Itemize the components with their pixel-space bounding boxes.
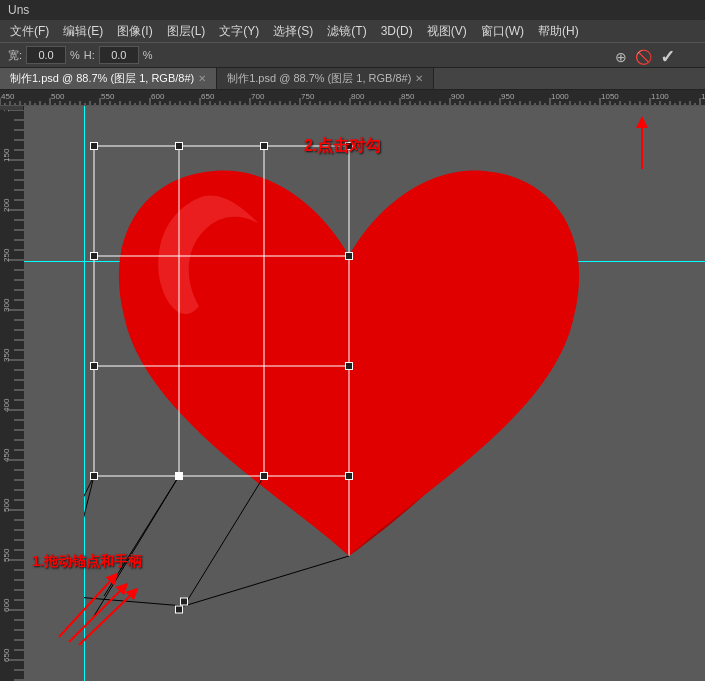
menu-view[interactable]: 视图(V) (421, 21, 473, 42)
height-input[interactable] (99, 46, 139, 64)
tab-active-label: 制作1.psd @ 88.7% (图层 1, RGB/8#) (10, 71, 194, 86)
width-input[interactable] (26, 46, 66, 64)
title-text: Uns (8, 3, 29, 17)
confirm-checkmark[interactable]: ✓ (660, 46, 675, 68)
tab-inactive[interactable]: 制作1.psd @ 88.7% (图层 1, RGB/8#) ✕ (217, 68, 434, 89)
arrows-to-anchors (44, 557, 164, 661)
width-unit: % (70, 49, 80, 61)
main-area: 2.点击对勾 1.拖动锚点和手柄 (0, 106, 705, 681)
warp-icon[interactable]: ⊕ (615, 49, 627, 65)
menu-layer[interactable]: 图层(L) (161, 21, 212, 42)
menu-select[interactable]: 选择(S) (267, 21, 319, 42)
menu-filter[interactable]: 滤镜(T) (321, 21, 372, 42)
height-unit: % (143, 49, 153, 61)
menu-text[interactable]: 文字(Y) (213, 21, 265, 42)
tab-bar: 制作1.psd @ 88.7% (图层 1, RGB/8#) ✕ 制作1.psd… (0, 68, 705, 90)
annotation-click-checkmark: 2.点击对勾 (304, 136, 381, 157)
menu-edit[interactable]: 编辑(E) (57, 21, 109, 42)
title-bar: Uns (0, 0, 705, 20)
height-label: H: (84, 49, 95, 61)
left-sidebar (0, 106, 24, 681)
arrow-to-checkmark (627, 114, 657, 178)
tab-inactive-label: 制作1.psd @ 88.7% (图层 1, RGB/8#) (227, 71, 411, 86)
menu-file[interactable]: 文件(F) (4, 21, 55, 42)
canvas-area[interactable]: 2.点击对勾 1.拖动锚点和手柄 (24, 106, 705, 681)
svg-line-31 (59, 577, 114, 637)
options-bar: 宽: % H: % ⊕ 🚫 ✓ (0, 42, 705, 68)
menu-help[interactable]: 帮助(H) (532, 21, 585, 42)
svg-line-33 (79, 592, 134, 645)
cancel-icon[interactable]: 🚫 (635, 49, 652, 65)
heart-svg (84, 136, 614, 616)
tab-active[interactable]: 制作1.psd @ 88.7% (图层 1, RGB/8#) ✕ (0, 68, 217, 89)
menu-window[interactable]: 窗口(W) (475, 21, 530, 42)
width-label: 宽: (8, 48, 22, 63)
tab-close-active[interactable]: ✕ (198, 73, 206, 84)
menu-3d[interactable]: 3D(D) (375, 22, 419, 40)
menu-bar: 文件(F) 编辑(E) 图像(I) 图层(L) 文字(Y) 选择(S) 滤镜(T… (0, 20, 705, 42)
tab-close-inactive[interactable]: ✕ (415, 73, 423, 84)
horizontal-ruler (0, 90, 705, 106)
heart-container (84, 136, 614, 616)
menu-image[interactable]: 图像(I) (111, 21, 158, 42)
confirm-icons: ⊕ 🚫 ✓ (615, 46, 675, 68)
